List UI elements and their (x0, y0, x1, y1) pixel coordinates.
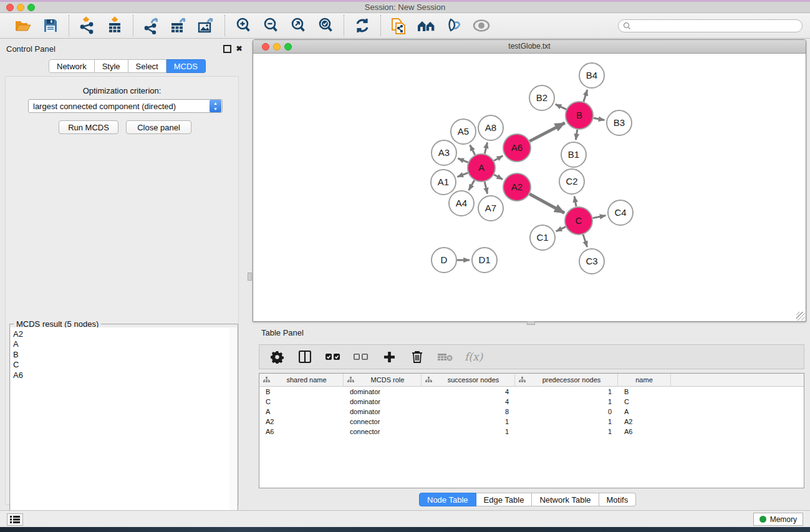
float-panel-icon[interactable] (223, 45, 231, 53)
function-builder-icon[interactable]: f(x) (465, 351, 483, 363)
table-row[interactable]: A2connector11A2 (259, 417, 804, 427)
column-header-successor-nodes[interactable]: successor nodes (422, 374, 515, 386)
column-header-name[interactable]: name (618, 374, 671, 386)
result-item[interactable]: A (13, 339, 230, 349)
tab-network-table[interactable]: Network Table (532, 493, 599, 506)
table-cell[interactable]: 1 (515, 398, 618, 405)
delete-table-icon[interactable] (436, 348, 454, 365)
edge-C-C4[interactable] (593, 216, 606, 218)
column-header-MCDS-role[interactable]: MCDS role (344, 374, 422, 386)
result-scrollbar[interactable] (229, 327, 237, 532)
edge-A-A4[interactable] (469, 180, 475, 190)
close-window-button[interactable] (6, 4, 14, 11)
search-field[interactable] (634, 21, 802, 30)
table-row[interactable]: Adominator80A (259, 407, 804, 417)
zoom-out-icon[interactable] (260, 16, 281, 36)
window-resize-grip[interactable] (796, 312, 805, 321)
show-hide-graphics-icon[interactable] (443, 16, 465, 36)
table-row[interactable]: Cdominator41C (259, 397, 804, 407)
mcds-result-list[interactable]: A2ABCA6 (11, 327, 231, 532)
add-column-icon[interactable] (380, 348, 398, 365)
edge-B-B1[interactable] (576, 130, 577, 140)
table-cell[interactable]: connector (344, 418, 422, 425)
zoom-selected-icon[interactable] (315, 16, 336, 36)
edge-A-A7[interactable] (485, 181, 487, 193)
table-cell[interactable]: connector (344, 428, 422, 435)
table-cell[interactable]: dominator (344, 388, 422, 395)
table-cell[interactable]: A6 (259, 428, 344, 435)
memory-button[interactable]: Memory (753, 513, 803, 526)
edge-A-A6[interactable] (494, 156, 503, 161)
table-cell[interactable]: 1 (422, 428, 515, 435)
table-cell[interactable]: 1 (515, 428, 618, 435)
edge-A2-C[interactable] (529, 194, 564, 213)
table-cell[interactable]: dominator (344, 398, 422, 405)
export-image-icon[interactable] (196, 16, 217, 36)
table-cell[interactable]: B (618, 388, 671, 395)
result-item[interactable]: A2 (13, 329, 230, 339)
table-cell[interactable]: A (618, 408, 671, 415)
table-cell[interactable]: C (618, 398, 671, 405)
table-cell[interactable]: 4 (422, 388, 515, 395)
edge-A-A1[interactable] (457, 173, 468, 177)
minimize-window-button[interactable] (17, 4, 24, 11)
edge-A-A2[interactable] (494, 175, 503, 180)
edge-A6-B[interactable] (529, 123, 565, 141)
clone-network-icon[interactable] (388, 16, 410, 36)
tab-select[interactable]: Select (128, 59, 166, 73)
run-mcds-button[interactable]: Run MCDS (59, 120, 118, 134)
import-table-icon[interactable] (104, 16, 125, 36)
tab-motifs[interactable]: Motifs (599, 493, 637, 506)
edge-B-B2[interactable] (556, 104, 566, 109)
gear-icon[interactable] (268, 348, 286, 365)
result-item[interactable]: B (13, 350, 230, 360)
edge-C-C1[interactable] (556, 227, 566, 231)
tab-mcds[interactable]: MCDS (166, 59, 206, 73)
task-history-icon[interactable] (7, 513, 23, 526)
result-item[interactable]: C (13, 360, 230, 370)
result-item[interactable]: A6 (13, 370, 230, 380)
table-cell[interactable]: 0 (515, 408, 618, 415)
tab-node-table[interactable]: Node Table (419, 493, 476, 506)
table-cell[interactable]: 1 (422, 418, 515, 425)
close-panel-button[interactable]: Close panel (126, 120, 191, 134)
edge-A-A5[interactable] (470, 145, 475, 155)
table-cell[interactable]: C (259, 398, 344, 405)
table-cell[interactable]: dominator (344, 408, 422, 415)
birds-eye-icon[interactable] (471, 16, 492, 36)
table-cell[interactable]: B (259, 388, 344, 395)
deselect-all-icon[interactable] (352, 348, 370, 365)
maximize-window-button[interactable] (27, 4, 35, 11)
delete-column-icon[interactable] (408, 348, 426, 365)
select-all-icon[interactable] (324, 348, 342, 365)
zoom-fit-icon[interactable] (287, 16, 309, 36)
table-row[interactable]: A6connector11A6 (259, 427, 804, 437)
edge-B-B3[interactable] (594, 118, 605, 120)
column-header-predecessor-nodes[interactable]: predecessor nodes (515, 374, 618, 386)
tab-network[interactable]: Network (49, 59, 95, 73)
import-network-icon[interactable] (77, 16, 98, 36)
column-layout-icon[interactable] (296, 348, 314, 365)
export-table-icon[interactable] (168, 16, 190, 36)
table-cell[interactable]: 1 (515, 418, 618, 425)
close-network-button[interactable] (262, 43, 269, 51)
table-row[interactable]: Bdominator41B (259, 387, 804, 397)
minimize-network-button[interactable] (273, 43, 281, 51)
edge-B-B4[interactable] (584, 90, 587, 102)
table-cell[interactable]: A (259, 408, 344, 415)
refresh-icon[interactable] (352, 16, 373, 36)
table-cell[interactable]: A2 (259, 418, 344, 425)
close-panel-icon[interactable]: ✖ (235, 45, 243, 53)
search-input[interactable] (618, 19, 803, 32)
save-session-icon[interactable] (40, 16, 61, 36)
edge-A-A8[interactable] (485, 142, 487, 153)
optimization-criterion-select[interactable]: largest connected component (directed) ▲… (28, 99, 223, 113)
table-cell[interactable]: A2 (618, 418, 671, 425)
tab-edge-table[interactable]: Edge Table (476, 493, 533, 506)
cybrowser-icon[interactable] (416, 16, 437, 36)
maximize-network-button[interactable] (284, 43, 292, 51)
table-cell[interactable]: 8 (422, 408, 515, 415)
table-cell[interactable]: A6 (618, 428, 671, 435)
network-window-titlebar[interactable]: testGlobe.txt (253, 40, 806, 54)
table-cell[interactable]: 4 (422, 398, 515, 405)
